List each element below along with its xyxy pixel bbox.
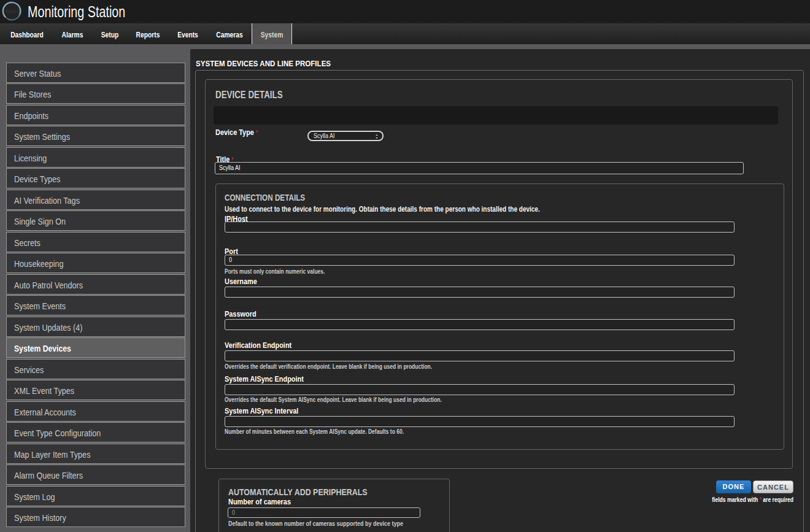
svg-text:SCYLLA: SCYLLA xyxy=(7,10,19,13)
